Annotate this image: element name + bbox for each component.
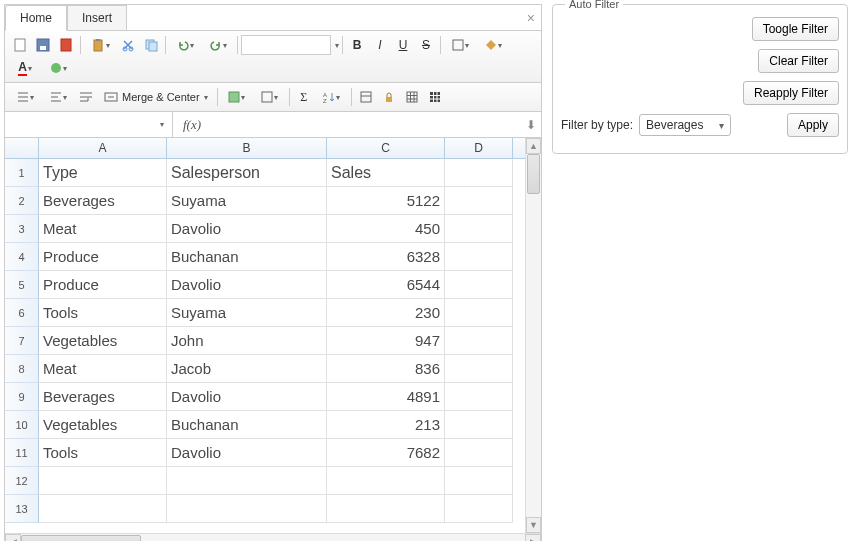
cell[interactable] <box>445 327 513 355</box>
format-icon[interactable]: ▾ <box>42 57 74 79</box>
cell[interactable]: Type <box>39 159 167 187</box>
cell[interactable]: John <box>167 327 327 355</box>
cell[interactable]: Tools <box>39 439 167 467</box>
tab-insert[interactable]: Insert <box>67 5 127 30</box>
cell[interactable] <box>327 467 445 495</box>
border-icon[interactable]: ▾ <box>444 34 476 56</box>
col-header-a[interactable]: A <box>39 138 167 158</box>
row-header[interactable]: 8 <box>5 355 39 383</box>
toggle-filter-button[interactable]: Toogle Filter <box>752 17 839 41</box>
reapply-filter-button[interactable]: Reapply Filter <box>743 81 839 105</box>
freeze-icon[interactable] <box>355 86 377 108</box>
cell[interactable]: 836 <box>327 355 445 383</box>
bold-icon[interactable]: B <box>346 34 368 56</box>
apply-button[interactable]: Apply <box>787 113 839 137</box>
merge-center-button[interactable]: Merge & Center▾ <box>98 86 214 108</box>
cell[interactable] <box>445 271 513 299</box>
cell[interactable]: 450 <box>327 215 445 243</box>
cell[interactable]: 6544 <box>327 271 445 299</box>
cell[interactable]: Davolio <box>167 439 327 467</box>
scroll-thumb[interactable] <box>21 535 141 541</box>
cell[interactable] <box>327 495 445 523</box>
name-box[interactable]: ▾ <box>5 112 173 137</box>
row-header[interactable]: 2 <box>5 187 39 215</box>
cut-icon[interactable] <box>117 34 139 56</box>
cell[interactable]: Vegetables <box>39 327 167 355</box>
horizontal-scrollbar[interactable]: ◀ ▶ <box>5 533 541 541</box>
cell[interactable]: Beverages <box>39 383 167 411</box>
cell[interactable] <box>445 383 513 411</box>
cell[interactable] <box>39 467 167 495</box>
cell[interactable] <box>445 243 513 271</box>
close-icon[interactable]: × <box>527 10 535 26</box>
cell[interactable]: 230 <box>327 299 445 327</box>
row-header[interactable]: 7 <box>5 327 39 355</box>
cell[interactable]: Buchanan <box>167 411 327 439</box>
cell[interactable]: 4891 <box>327 383 445 411</box>
select-all-corner[interactable] <box>5 138 39 158</box>
row-header[interactable]: 9 <box>5 383 39 411</box>
redo-icon[interactable]: ▾ <box>202 34 234 56</box>
cell[interactable] <box>445 495 513 523</box>
cell[interactable]: Davolio <box>167 215 327 243</box>
cell[interactable]: 947 <box>327 327 445 355</box>
cell[interactable] <box>445 215 513 243</box>
cell[interactable]: Suyama <box>167 187 327 215</box>
cell-format-icon[interactable]: ▾ <box>254 86 286 108</box>
cell[interactable]: Meat <box>39 215 167 243</box>
chevron-down-icon[interactable]: ▾ <box>335 41 339 50</box>
row-header[interactable]: 1 <box>5 159 39 187</box>
strike-icon[interactable]: S <box>415 34 437 56</box>
number-format-icon[interactable]: ▾ <box>221 86 253 108</box>
cell[interactable] <box>445 439 513 467</box>
cell[interactable]: Davolio <box>167 383 327 411</box>
italic-icon[interactable]: I <box>369 34 391 56</box>
cell[interactable]: Meat <box>39 355 167 383</box>
col-header-b[interactable]: B <box>167 138 327 158</box>
cell[interactable] <box>167 495 327 523</box>
cell[interactable]: Tools <box>39 299 167 327</box>
scroll-down-icon[interactable]: ▼ <box>526 517 541 533</box>
font-family-select[interactable] <box>241 35 331 55</box>
scroll-right-icon[interactable]: ▶ <box>525 534 541 541</box>
tab-home[interactable]: Home <box>5 5 67 31</box>
font-color-icon[interactable]: A▾ <box>9 57 41 79</box>
row-header[interactable]: 13 <box>5 495 39 523</box>
row-header[interactable]: 12 <box>5 467 39 495</box>
row-header[interactable]: 5 <box>5 271 39 299</box>
cell[interactable]: Beverages <box>39 187 167 215</box>
cell[interactable]: 213 <box>327 411 445 439</box>
scroll-up-icon[interactable]: ▲ <box>526 138 541 154</box>
new-icon[interactable] <box>9 34 31 56</box>
row-header[interactable]: 3 <box>5 215 39 243</box>
halign-icon[interactable]: ▾ <box>42 86 74 108</box>
cell[interactable] <box>445 187 513 215</box>
cell[interactable] <box>167 467 327 495</box>
col-header-c[interactable]: C <box>327 138 445 158</box>
pdf-icon[interactable] <box>55 34 77 56</box>
cell[interactable]: Salesperson <box>167 159 327 187</box>
cell[interactable]: Suyama <box>167 299 327 327</box>
cell[interactable] <box>445 159 513 187</box>
cell[interactable]: Davolio <box>167 271 327 299</box>
table-icon[interactable] <box>424 86 446 108</box>
scroll-thumb[interactable] <box>527 154 540 194</box>
underline-icon[interactable]: U <box>392 34 414 56</box>
vertical-scrollbar[interactable]: ▲ ▼ <box>525 138 541 533</box>
cell[interactable]: Buchanan <box>167 243 327 271</box>
scroll-left-icon[interactable]: ◀ <box>5 534 21 541</box>
filter-type-select[interactable]: Beverages ▾ <box>639 114 731 136</box>
row-header[interactable]: 11 <box>5 439 39 467</box>
expand-formula-icon[interactable]: ⬇ <box>521 118 541 132</box>
row-header[interactable]: 6 <box>5 299 39 327</box>
col-header-d[interactable]: D <box>445 138 513 158</box>
cell[interactable]: 5122 <box>327 187 445 215</box>
cell[interactable]: Produce <box>39 243 167 271</box>
cell[interactable]: Jacob <box>167 355 327 383</box>
cell[interactable] <box>445 467 513 495</box>
formula-input[interactable] <box>211 112 521 137</box>
grid-icon[interactable] <box>401 86 423 108</box>
copy-icon[interactable] <box>140 34 162 56</box>
clear-filter-button[interactable]: Clear Filter <box>758 49 839 73</box>
fill-color-icon[interactable]: ▾ <box>477 34 509 56</box>
